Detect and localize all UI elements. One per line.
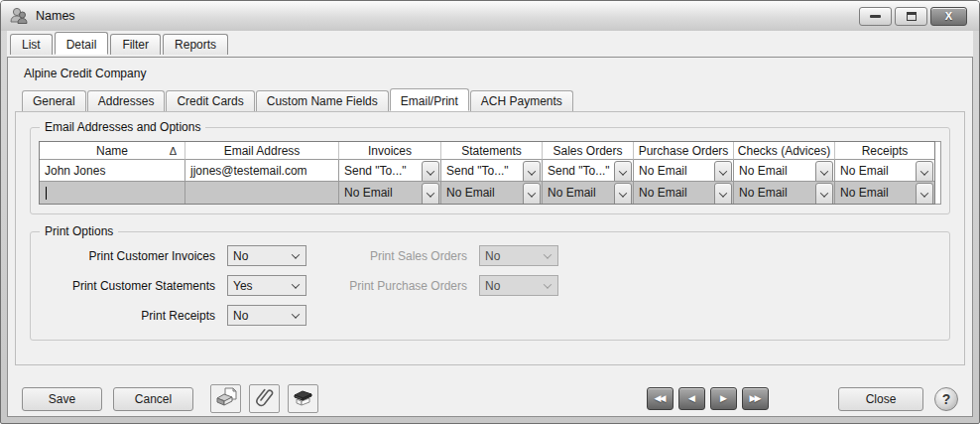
first-record-icon: ◀◀ xyxy=(655,394,667,403)
print-receipts-label: Print Receipts xyxy=(55,309,215,323)
print-customer-statements-dropdown[interactable]: Yes xyxy=(227,275,306,296)
printer-icon xyxy=(215,387,237,410)
chevron-down-icon[interactable] xyxy=(714,161,732,182)
restore-icon xyxy=(907,12,917,21)
cell-email-address[interactable] xyxy=(185,182,339,204)
text-cursor xyxy=(46,187,47,200)
table-row: No Email No Email No Email No Email No E… xyxy=(40,182,934,204)
invoices-dropdown[interactable]: No Email xyxy=(339,182,440,204)
cell-name-edit[interactable] xyxy=(40,182,185,204)
print-sales-orders-label: Print Sales Orders xyxy=(318,249,467,263)
table-row: John Jones jjones@testemail.com Send "To… xyxy=(40,160,934,182)
print-options-group-title: Print Options xyxy=(40,224,118,238)
window-controls: X xyxy=(859,7,971,26)
checks-advices-dropdown[interactable]: No Email xyxy=(734,160,834,181)
chevron-down-icon[interactable] xyxy=(916,161,933,182)
chevron-down-icon[interactable] xyxy=(523,161,541,182)
column-header-receipts[interactable]: Receipts xyxy=(835,142,934,160)
close-button[interactable]: Close xyxy=(838,387,923,411)
previous-record-icon: ◀ xyxy=(688,394,695,403)
receipts-dropdown[interactable]: No Email xyxy=(835,182,934,204)
save-button[interactable]: Save xyxy=(22,387,102,411)
cell-email-address[interactable]: jjones@testemail.com xyxy=(185,160,339,182)
column-header-name[interactable]: Name Δ xyxy=(40,142,185,160)
chevron-down-icon xyxy=(538,253,557,259)
print-button[interactable] xyxy=(210,384,241,413)
cancel-button[interactable]: Cancel xyxy=(113,387,193,411)
first-record-button[interactable]: ◀◀ xyxy=(647,387,674,410)
purchase-orders-dropdown[interactable]: No Email xyxy=(634,160,733,181)
tab-addresses[interactable]: Addresses xyxy=(87,90,166,111)
print-customer-invoices-dropdown[interactable]: No xyxy=(227,245,306,266)
column-header-email-address[interactable]: Email Address xyxy=(185,142,339,160)
tab-ach-payments[interactable]: ACH Payments xyxy=(470,90,573,111)
minimize-icon xyxy=(870,15,881,18)
chevron-down-icon[interactable] xyxy=(614,161,632,182)
names-window: Names X List Detail Filter Reports Alpin… xyxy=(0,0,980,424)
cell-name[interactable]: John Jones xyxy=(40,160,185,182)
last-record-button[interactable]: ▶▶ xyxy=(742,387,769,410)
last-record-icon: ▶▶ xyxy=(750,394,762,403)
column-header-sales-orders[interactable]: Sales Orders xyxy=(543,142,634,160)
statements-dropdown[interactable]: No Email xyxy=(441,182,542,204)
main-tab-strip: List Detail Filter Reports xyxy=(7,31,973,55)
next-record-icon: ▶ xyxy=(720,394,727,403)
print-sales-orders-dropdown: No xyxy=(479,245,558,266)
tab-custom-name-fields[interactable]: Custom Name Fields xyxy=(256,90,389,111)
tab-filter[interactable]: Filter xyxy=(110,34,161,55)
chevron-down-icon[interactable] xyxy=(815,183,833,204)
tab-credit-cards[interactable]: Credit Cards xyxy=(166,90,254,111)
chevron-down-icon[interactable] xyxy=(916,183,933,204)
column-header-invoices[interactable]: Invoices xyxy=(339,142,441,160)
table-scrollbar-track[interactable] xyxy=(935,141,941,205)
chevron-down-icon[interactable] xyxy=(614,183,632,204)
checks-advices-dropdown[interactable]: No Email xyxy=(734,182,834,204)
detail-sub-tab-strip: General Addresses Credit Cards Custom Na… xyxy=(8,80,972,111)
footer-action-bar: Save Cancel xyxy=(8,365,972,413)
email-addresses-group: Email Addresses and Options Name Δ Email… xyxy=(30,127,950,214)
receipts-dropdown[interactable]: No Email xyxy=(835,160,934,181)
chevron-down-icon[interactable] xyxy=(523,183,541,204)
names-people-icon xyxy=(9,7,29,25)
tab-list[interactable]: List xyxy=(10,34,53,55)
previous-record-button[interactable]: ◀ xyxy=(678,387,705,410)
help-button[interactable]: ? xyxy=(934,387,958,411)
maximize-button[interactable] xyxy=(895,7,927,26)
tab-detail[interactable]: Detail xyxy=(55,32,109,55)
invoices-dropdown[interactable]: Send "To..." xyxy=(339,160,440,181)
attachment-button[interactable] xyxy=(249,384,280,413)
paperclip-icon xyxy=(255,387,275,410)
close-window-button[interactable]: X xyxy=(930,7,967,26)
mailing-machine-icon xyxy=(293,387,314,410)
chevron-down-icon xyxy=(286,283,306,289)
minimize-button[interactable] xyxy=(859,7,892,26)
title-bar[interactable]: Names X xyxy=(1,1,979,31)
chevron-down-icon xyxy=(538,283,557,289)
next-record-button[interactable]: ▶ xyxy=(710,387,737,410)
column-header-checks-advices[interactable]: Checks (Advices) xyxy=(734,142,835,160)
mail-merge-button[interactable] xyxy=(288,384,318,413)
purchase-orders-dropdown[interactable]: No Email xyxy=(634,182,733,204)
tab-email-print[interactable]: Email/Print xyxy=(390,88,469,111)
sort-ascending-icon: Δ xyxy=(170,145,177,157)
tab-reports[interactable]: Reports xyxy=(163,34,228,55)
sales-orders-dropdown[interactable]: No Email xyxy=(543,182,633,204)
chevron-down-icon[interactable] xyxy=(422,161,439,182)
sales-orders-dropdown[interactable]: Send "To..." xyxy=(543,160,633,181)
detail-tab-page: Alpine Credit Company General Addresses … xyxy=(7,57,973,417)
email-addresses-table: Name Δ Email Address Invoices Statements… xyxy=(39,141,935,205)
print-options-group: Print Options Print Customer Invoices No… xyxy=(30,231,950,341)
statements-dropdown[interactable]: Send "To..." xyxy=(441,160,542,181)
column-header-statements[interactable]: Statements xyxy=(441,142,543,160)
email-addresses-group-title: Email Addresses and Options xyxy=(40,120,205,134)
print-customer-invoices-label: Print Customer Invoices xyxy=(55,249,215,263)
chevron-down-icon xyxy=(286,313,306,319)
print-receipts-dropdown[interactable]: No xyxy=(227,305,306,326)
chevron-down-icon[interactable] xyxy=(714,183,732,204)
chevron-down-icon[interactable] xyxy=(422,183,439,204)
help-icon: ? xyxy=(942,391,951,407)
tab-general[interactable]: General xyxy=(22,90,86,111)
email-print-tab-page: Email Addresses and Options Name Δ Email… xyxy=(15,111,965,365)
chevron-down-icon[interactable] xyxy=(815,161,833,182)
column-header-purchase-orders[interactable]: Purchase Orders xyxy=(634,142,734,160)
